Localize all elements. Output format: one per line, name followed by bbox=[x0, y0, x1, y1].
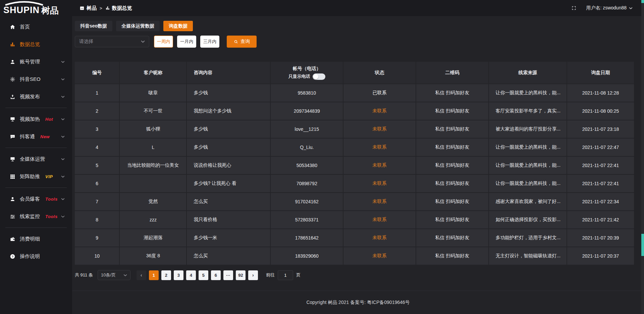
sidebar-item-label: 会员爆客 bbox=[20, 196, 40, 202]
qr-add-friend-link[interactable]: 私信 扫码加好友 bbox=[416, 102, 489, 120]
qr-add-friend-link[interactable]: 私信 扫码加好友 bbox=[416, 211, 489, 229]
table-row: 6 多少钱? 让我死心 看 70898792 未联系 私信 扫码加好友 让你一眼… bbox=[75, 174, 634, 193]
toggle-knob bbox=[313, 74, 318, 79]
page-scrollbar[interactable] bbox=[641, 0, 644, 314]
sidebar-item-matrix-boost[interactable]: 矩阵助推 VIP bbox=[0, 168, 72, 185]
page-ellipsis-button[interactable]: ··· bbox=[223, 270, 233, 280]
cell-account: 2097344839 bbox=[270, 102, 343, 120]
next-page-button[interactable]: › bbox=[248, 270, 258, 280]
sidebar-item-help[interactable]: ? 操作说明 bbox=[0, 248, 72, 265]
sidebar-item-douketong[interactable]: 抖客通 New bbox=[0, 128, 72, 145]
table-row: 10 36度 8 怎么买 183929060 未联系 私信 扫码加好友 无主灯设… bbox=[75, 247, 634, 265]
page-size-select[interactable]: 10条/页 bbox=[98, 270, 130, 280]
sliders-icon bbox=[9, 213, 15, 219]
sidebar-item-lead-monitor[interactable]: 线索监控 Tools bbox=[0, 208, 72, 225]
qr-add-friend-link[interactable]: 私信 扫码加好友 bbox=[416, 156, 489, 174]
breadcrumb-item-data-overview[interactable]: 数据总览 bbox=[105, 5, 132, 11]
cell-date: 2021-11-07 20:37 bbox=[567, 247, 634, 265]
breadcrumb-item-shupin[interactable]: 树品 bbox=[79, 5, 97, 11]
lead-source-link[interactable]: 让你一眼就爱上的黑科技，能... bbox=[489, 174, 567, 193]
sidebar-item-expense-detail[interactable]: 消费明细 bbox=[0, 230, 72, 248]
page-button-5[interactable]: 5 bbox=[199, 270, 208, 280]
cell-nickname: 觉然 bbox=[119, 193, 186, 211]
cell-date: 2021-11-07 20:39 bbox=[567, 229, 634, 247]
range-week-button[interactable]: 一周内 bbox=[154, 36, 173, 48]
sidebar-item-home[interactable]: 首页 bbox=[0, 18, 72, 36]
qr-add-friend-link[interactable]: 私信 扫码加好友 bbox=[416, 174, 489, 193]
scrollbar-thumb-top[interactable] bbox=[641, 0, 644, 3]
lead-source-link[interactable]: 让你一眼就爱上的黑科技，能... bbox=[489, 84, 567, 102]
content: 抖音seo数据 全媒体运营数据 询盘数据 请选择 一周内 一月内 三月内 查询 bbox=[72, 16, 644, 291]
table-row: 9 潮起潮落 多少钱一米 178651642 未联系 私信 扫码加好友 多功能护… bbox=[75, 229, 634, 247]
lead-source-link[interactable]: 如何正确选择投影仪，买投影... bbox=[489, 211, 567, 229]
board-icon bbox=[79, 6, 85, 11]
chevron-down-icon bbox=[61, 136, 65, 138]
goto-page-input[interactable] bbox=[278, 270, 293, 280]
qr-add-friend-link[interactable]: 私信 扫码加好友 bbox=[416, 247, 489, 265]
cell-nickname: 当地比较能吃的一位美女 bbox=[119, 156, 186, 174]
sidebar-nav: 首页 数据总览 账号管理 抖音SEO 视频发布 bbox=[0, 16, 72, 265]
sidebar-item-member-burst[interactable]: 会员爆客 Tools bbox=[0, 190, 72, 208]
col-header-source: 线索来源 bbox=[489, 62, 567, 84]
tab-omni-media-data[interactable]: 全媒体运营数据 bbox=[116, 21, 160, 31]
tab-douyin-seo-data[interactable]: 抖音seo数据 bbox=[75, 21, 112, 31]
sidebar-item-douyin-seo[interactable]: 抖音SEO bbox=[0, 70, 72, 88]
sidebar-item-video-heat[interactable]: 视频加热 Hot bbox=[0, 110, 72, 128]
bar-chart-icon bbox=[105, 6, 110, 10]
user-menu[interactable]: 用户名: zswodun88 bbox=[586, 5, 633, 11]
page-button-92[interactable]: 92 bbox=[236, 270, 246, 280]
page-button-3[interactable]: 3 bbox=[174, 270, 183, 280]
cell-nickname: 36度 8 bbox=[119, 247, 186, 265]
qr-add-friend-link[interactable]: 私信 扫码加好友 bbox=[416, 120, 489, 138]
lead-source-link[interactable]: 多功能护栏灯，适用于乡村文... bbox=[489, 229, 567, 247]
chat-bubble-icon bbox=[9, 134, 15, 140]
goto-page: 前往 页 bbox=[266, 270, 301, 280]
filter-bar: 请选择 一周内 一月内 三月内 查询 bbox=[75, 36, 634, 48]
phone-only-toggle[interactable] bbox=[313, 73, 325, 80]
range-quarter-button[interactable]: 三月内 bbox=[200, 36, 219, 48]
range-month-button[interactable]: 一月内 bbox=[177, 36, 196, 48]
logo-text-cn: 树品 bbox=[41, 6, 59, 15]
fullscreen-icon[interactable] bbox=[571, 5, 577, 11]
cell-account: 9583810 bbox=[270, 84, 343, 102]
cell-inquiry: 说说价格让我死心 bbox=[186, 156, 270, 174]
cell-id: 10 bbox=[75, 247, 119, 265]
qr-add-friend-link[interactable]: 私信 扫码加好友 bbox=[416, 193, 489, 211]
lead-source-link[interactable]: 感谢大家喜欢我家，被问了好... bbox=[489, 193, 567, 211]
page-button-6[interactable]: 6 bbox=[211, 270, 221, 280]
bar-chart-icon bbox=[9, 41, 15, 47]
goto-label: 前往 bbox=[266, 272, 275, 278]
filter-select[interactable]: 请选择 bbox=[75, 36, 149, 47]
qr-add-friend-link[interactable]: 私信 扫码加好友 bbox=[416, 84, 489, 102]
sidebar-item-data-overview[interactable]: 数据总览 bbox=[0, 36, 72, 53]
col-header-account: 帐号（电话） 只显示电话 bbox=[270, 62, 343, 84]
lead-source-link[interactable]: 无主灯设计，智能磁吸轨道灯... bbox=[489, 247, 567, 265]
qr-add-friend-link[interactable]: 私信 扫码加好友 bbox=[416, 138, 489, 156]
tab-inquiry-data[interactable]: 询盘数据 bbox=[163, 21, 193, 31]
page-size-value: 10条/页 bbox=[101, 272, 116, 278]
qr-add-friend-link[interactable]: 私信 扫码加好友 bbox=[416, 229, 489, 247]
prev-page-button[interactable]: ‹ bbox=[137, 270, 146, 280]
status-badge: 未联系 bbox=[343, 120, 416, 138]
app-root: SHUPIN 树品 首页 数据总览 账号管理 抖音SEO bbox=[0, 0, 644, 314]
breadcrumb-separator: > bbox=[100, 6, 102, 11]
tools-badge: Tools bbox=[45, 214, 58, 219]
lead-source-link[interactable]: 让你一眼就爱上的黑科技，能... bbox=[489, 156, 567, 174]
cell-id: 2 bbox=[75, 102, 119, 120]
sidebar-item-label: 抖音SEO bbox=[20, 76, 41, 83]
lead-source-link[interactable]: 被大家追着问的客厅投影分享... bbox=[489, 120, 567, 138]
cell-inquiry: 多少钱? 让我死心 看 bbox=[186, 174, 270, 193]
page-button-4[interactable]: 4 bbox=[186, 270, 196, 280]
lead-source-link[interactable]: 客厅安装投影半年多了，真实... bbox=[489, 102, 567, 120]
cell-inquiry: 多少钱一米 bbox=[186, 229, 270, 247]
sidebar-item-omni-media[interactable]: 全媒体运营 bbox=[0, 150, 72, 168]
cell-id: 7 bbox=[75, 193, 119, 211]
page-button-1[interactable]: 1 bbox=[149, 270, 159, 280]
query-button[interactable]: 查询 bbox=[227, 36, 257, 48]
lead-source-link[interactable]: 让你一眼就爱上的黑科技，能... bbox=[489, 138, 567, 156]
sidebar-item-account-management[interactable]: 账号管理 bbox=[0, 53, 72, 70]
inquiry-table: 编号 客户昵称 咨询内容 帐号（电话） 只显示电话 bbox=[75, 62, 634, 265]
sidebar-item-video-publish[interactable]: 视频发布 bbox=[0, 88, 72, 105]
page-button-2[interactable]: 2 bbox=[161, 270, 171, 280]
scrollbar-thumb[interactable] bbox=[641, 234, 644, 256]
